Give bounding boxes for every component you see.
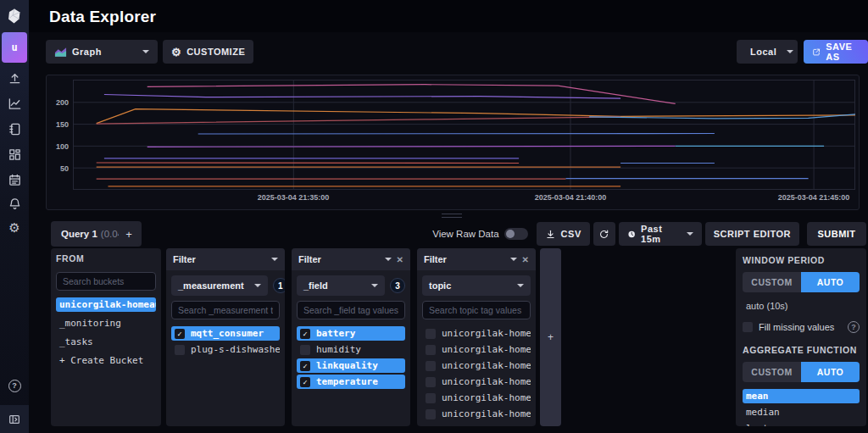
submit-button[interactable]: SUBMIT xyxy=(807,222,866,246)
aggregate-function-item[interactable]: median xyxy=(743,405,860,419)
help-nav-item[interactable]: ? xyxy=(0,375,29,396)
tag-value-item[interactable]: ✓ linkquality xyxy=(297,358,405,373)
time-range-dropdown[interactable]: Past 15m xyxy=(619,222,702,246)
tag-value-item[interactable]: unicorgilak-homeautom_ xyxy=(422,326,531,341)
refresh-button[interactable] xyxy=(593,222,615,246)
checkbox-unchecked[interactable] xyxy=(426,377,436,387)
auto-option[interactable]: AUTO xyxy=(801,362,860,382)
load-data-nav-item[interactable] xyxy=(0,68,29,88)
tag-value-item[interactable]: ✓ battery xyxy=(297,326,405,341)
refresh-icon xyxy=(598,229,609,240)
notebooks-nav-item[interactable] xyxy=(0,119,29,139)
filter-panel-field: Filter ✕ _field 3 ✓ battery humidity xyxy=(292,248,410,426)
checkbox-checked[interactable]: ✓ xyxy=(175,329,185,339)
bucket-item[interactable]: _monitoring xyxy=(56,316,156,330)
custom-option[interactable]: CUSTOM xyxy=(743,362,801,382)
tag-value-item[interactable]: plug-s-dishwasher xyxy=(171,342,280,357)
tag-value-item[interactable]: unicorgilak-homeautom_ xyxy=(422,407,531,421)
auto-option[interactable]: AUTO xyxy=(801,272,860,292)
tag-value-item[interactable]: unicorgilak-homeautom_ xyxy=(422,358,531,373)
function-label: mean xyxy=(746,391,769,402)
help-tooltip-icon[interactable]: ? xyxy=(848,321,860,333)
close-icon[interactable]: ✕ xyxy=(397,255,403,264)
settings-nav-item[interactable]: ⚙ xyxy=(0,217,29,237)
tag-value-item[interactable]: unicorgilak-homeautom_ xyxy=(422,342,531,357)
tag-key-dropdown[interactable]: _field xyxy=(297,275,385,296)
measurement-search-input[interactable] xyxy=(171,301,280,319)
checkbox-unchecked[interactable] xyxy=(426,409,436,419)
tag-value-item[interactable]: ✓ temperature xyxy=(297,375,405,389)
tag-value-label: plug-s-dishwasher xyxy=(191,344,280,355)
window-period-title: WINDOW PERIOD xyxy=(743,255,860,265)
calendar-icon xyxy=(8,173,22,187)
field-search-input[interactable] xyxy=(297,301,405,319)
tag-value-item[interactable]: humidity xyxy=(297,342,405,357)
add-query-button[interactable]: + xyxy=(119,221,139,247)
chevron-down-icon xyxy=(385,258,392,261)
customize-button[interactable]: ⚙ CUSTOMIZE xyxy=(163,40,253,64)
tag-key-dropdown[interactable]: _measurement xyxy=(171,275,268,296)
tag-value-item[interactable]: unicorgilak-homeautom_ xyxy=(422,391,531,405)
graph-type-icon xyxy=(54,47,67,58)
tag-value-list: ✓ battery humidity ✓ linkquality ✓ tempe… xyxy=(297,326,405,389)
dashboards-nav-item[interactable] xyxy=(0,144,29,164)
chart-plot[interactable] xyxy=(73,80,855,190)
data-explorer-nav-item[interactable] xyxy=(0,93,29,114)
tag-value-label: mqtt_consumer xyxy=(191,328,264,339)
tag-value-item[interactable]: ✓ mqtt_consumer xyxy=(171,326,280,341)
filter-header[interactable]: Filter ✕ xyxy=(292,248,410,270)
bucket-search-input[interactable] xyxy=(56,272,156,291)
checkbox-checked[interactable]: ✓ xyxy=(300,377,310,387)
resize-drag-handle[interactable] xyxy=(442,214,462,218)
visualization-type-dropdown[interactable]: Graph xyxy=(46,40,158,64)
view-raw-data-toggle[interactable] xyxy=(504,228,528,240)
checkbox-checked[interactable]: ✓ xyxy=(300,329,310,339)
tag-value-list: ✓ mqtt_consumer plug-s-dishwasher xyxy=(171,326,280,357)
filter-title: Filter xyxy=(424,254,447,264)
tag-value-label: unicorgilak-homeautom_ xyxy=(442,344,531,355)
tag-key-dropdown[interactable]: topic xyxy=(422,275,531,296)
expand-panel-icon xyxy=(8,413,21,426)
line-chart-icon xyxy=(8,97,22,111)
add-filter-button[interactable]: + xyxy=(540,248,561,426)
submit-label: SUBMIT xyxy=(817,229,855,239)
topic-search-input[interactable] xyxy=(422,301,531,319)
tag-value-label: temperature xyxy=(316,376,378,387)
chevron-down-icon xyxy=(271,258,278,261)
clock-icon xyxy=(627,229,636,240)
script-editor-label: SCRIPT EDITOR xyxy=(714,229,791,239)
checkbox-unchecked[interactable] xyxy=(426,361,436,371)
bucket-item[interactable]: unicorgilak-homeautom_ xyxy=(56,297,156,312)
bucket-item[interactable]: _tasks xyxy=(56,335,156,349)
checkbox-unchecked[interactable] xyxy=(426,393,436,403)
alerts-nav-item[interactable] xyxy=(0,193,29,214)
checkbox-unchecked[interactable] xyxy=(300,345,310,355)
org-avatar[interactable]: u xyxy=(2,32,27,63)
tasks-nav-item[interactable] xyxy=(0,169,29,190)
checkbox-unchecked[interactable] xyxy=(426,329,436,339)
sidebar-expand-button[interactable] xyxy=(0,405,29,433)
checkbox-unchecked[interactable] xyxy=(175,345,185,355)
aggregate-function-item[interactable]: last xyxy=(743,421,860,426)
page-title: Data Explorer xyxy=(49,8,156,26)
local-dropdown[interactable]: Local xyxy=(737,40,798,64)
filter-header[interactable]: Filter ✕ xyxy=(417,248,536,270)
checkbox-unchecked[interactable] xyxy=(743,322,753,332)
create-bucket-label: + Create Bucket xyxy=(59,355,143,366)
filter-title: Filter xyxy=(298,254,321,264)
filter-header[interactable]: Filter xyxy=(166,248,285,270)
tag-value-item[interactable]: unicorgilak-homeautom_ xyxy=(422,375,531,389)
close-icon[interactable]: ✕ xyxy=(522,255,529,264)
create-bucket-button[interactable]: + Create Bucket xyxy=(56,353,156,368)
influxdb-logo[interactable] xyxy=(0,0,29,32)
script-editor-button[interactable]: SCRIPT EDITOR xyxy=(705,222,799,246)
gear-icon: ⚙ xyxy=(171,47,181,58)
aggregate-function-item[interactable]: mean xyxy=(743,389,860,403)
checkbox-unchecked[interactable] xyxy=(426,345,436,355)
custom-option[interactable]: CUSTOM xyxy=(743,272,801,292)
function-label: last xyxy=(746,423,769,426)
csv-download-button[interactable]: CSV xyxy=(537,222,590,246)
save-as-button[interactable]: SAVE AS xyxy=(804,40,868,64)
chevron-down-icon xyxy=(371,284,378,287)
checkbox-checked[interactable]: ✓ xyxy=(300,361,310,371)
